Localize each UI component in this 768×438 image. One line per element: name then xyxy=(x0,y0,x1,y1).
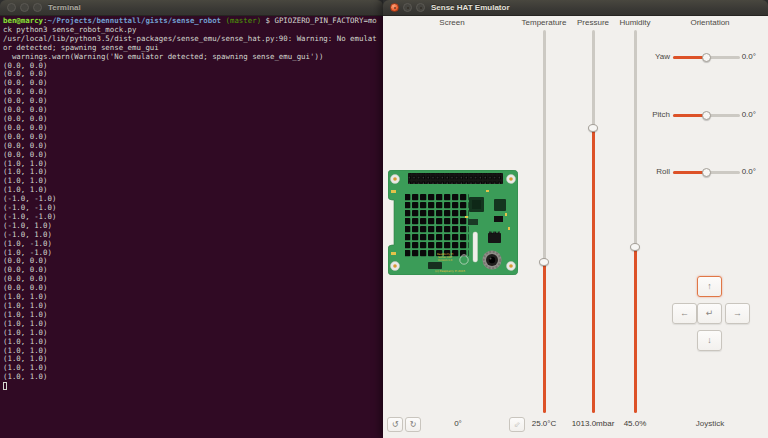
pitch-value: 0.0° xyxy=(726,110,756,119)
led-matrix xyxy=(405,194,469,258)
maximize-icon[interactable] xyxy=(416,3,425,12)
pressure-section-label: Pressure xyxy=(577,18,609,27)
yaw-slider-handle[interactable] xyxy=(702,53,711,62)
screen-section-label: Screen xyxy=(439,18,464,27)
screen-resize-icon[interactable]: ⇙ xyxy=(509,417,525,432)
board-text-line3: Version 1.0 xyxy=(438,259,453,262)
emulator-body: Screen Temperature Pressure Humidity Ori… xyxy=(383,16,768,438)
temperature-section-label: Temperature xyxy=(522,18,567,27)
terminal-window: Terminal ben@marcy:~/Projects/bennuttall… xyxy=(0,0,383,438)
pitch-label: Pitch xyxy=(630,110,670,119)
terminal-titlebar[interactable]: Terminal xyxy=(0,0,383,16)
joystick-left-button[interactable]: ← xyxy=(672,303,697,324)
roll-slider-handle[interactable] xyxy=(702,168,711,177)
yaw-label: Yaw xyxy=(630,52,670,61)
joystick-right-button[interactable]: → xyxy=(725,303,750,324)
minimize-icon[interactable] xyxy=(403,3,412,12)
minimize-icon[interactable] xyxy=(20,3,29,12)
emulator-titlebar[interactable]: Sense HAT Emulator xyxy=(383,0,768,16)
screen-rotation-value: 0° xyxy=(454,419,462,428)
humidity-slider-handle[interactable] xyxy=(630,243,640,251)
joystick-up-button[interactable]: ↑ xyxy=(697,276,722,297)
terminal-output[interactable]: ben@marcy:~/Projects/bennuttall/gists/se… xyxy=(0,16,383,438)
temperature-track-lower[interactable] xyxy=(543,262,546,413)
humidity-track-upper[interactable] xyxy=(634,30,637,247)
humidity-track-lower[interactable] xyxy=(634,247,637,413)
joystick-enter-button[interactable]: ↵ xyxy=(697,303,722,324)
temperature-slider[interactable] xyxy=(543,30,546,413)
temperature-value: 25.0°C xyxy=(532,419,557,428)
board-joystick xyxy=(483,251,502,270)
terminal-title: Terminal xyxy=(48,3,81,12)
display-slot xyxy=(473,232,478,262)
sense-hat-board: Raspberry Pi Sense HAT Version 1.0 (c) R… xyxy=(388,170,518,275)
maximize-icon[interactable] xyxy=(33,3,42,12)
pressure-slider-handle[interactable] xyxy=(588,124,598,132)
joystick-down-button[interactable]: ↓ xyxy=(697,330,722,351)
sense-hat-emulator-window: Sense HAT Emulator Screen Temperature Pr… xyxy=(383,0,768,438)
desktop: Terminal ben@marcy:~/Projects/bennuttall… xyxy=(0,0,768,438)
humidity-section-label: Humidity xyxy=(619,18,650,27)
terminal-cursor xyxy=(3,382,7,389)
rotate-right-icon[interactable]: ↻ xyxy=(405,417,421,432)
roll-value: 0.0° xyxy=(726,167,756,176)
rotate-left-icon[interactable]: ↺ xyxy=(387,417,403,432)
humidity-slider[interactable] xyxy=(634,30,637,413)
close-icon[interactable] xyxy=(7,3,16,12)
roll-label: Roll xyxy=(630,167,670,176)
pressure-track-lower[interactable] xyxy=(592,128,595,413)
pitch-slider-handle[interactable] xyxy=(702,111,711,120)
pressure-slider[interactable] xyxy=(592,30,595,413)
orientation-section-label: Orientation xyxy=(690,18,729,27)
board-text-copyright: (c) Raspberry Pi 2015 xyxy=(435,269,465,273)
humidity-value: 45.0% xyxy=(624,419,647,428)
joystick-label: Joystick xyxy=(696,419,724,428)
pressure-track-upper[interactable] xyxy=(592,30,595,128)
pressure-value: 1013.0mbar xyxy=(572,419,615,428)
yaw-value: 0.0° xyxy=(726,52,756,61)
temperature-slider-handle[interactable] xyxy=(539,258,549,266)
close-icon[interactable] xyxy=(390,3,399,12)
temperature-track-upper[interactable] xyxy=(543,30,546,262)
emulator-title: Sense HAT Emulator xyxy=(431,3,510,12)
